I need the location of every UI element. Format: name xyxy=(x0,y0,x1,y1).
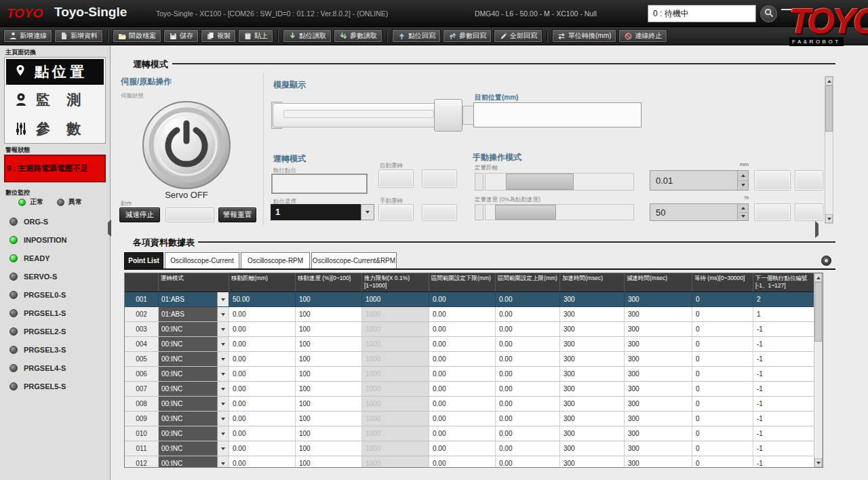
speed-down-button[interactable] xyxy=(738,213,748,221)
next-cell[interactable]: -1 xyxy=(753,322,814,337)
mode-dropdown-cell[interactable]: 00:INC xyxy=(159,322,229,337)
speed-cell[interactable]: 100 xyxy=(296,307,362,322)
distance-slider-thumb[interactable] xyxy=(506,174,574,190)
save-button[interactable]: 儲存 xyxy=(163,29,199,43)
distance-spinner[interactable]: 0.01 xyxy=(650,170,749,191)
point-read-button[interactable]: 點位讀取 xyxy=(283,29,332,43)
mode-dropdown-button[interactable] xyxy=(217,397,229,411)
distance-cell[interactable]: 0.00 xyxy=(229,352,296,367)
mode-dropdown-cell[interactable]: 00:INC xyxy=(159,441,229,456)
mode-dropdown-cell[interactable]: 00:INC xyxy=(159,367,229,382)
accel-cell[interactable]: 300 xyxy=(560,337,625,352)
lower-cell[interactable]: 0.00 xyxy=(429,456,496,468)
decel-cell[interactable]: 300 xyxy=(625,292,692,307)
wait-cell[interactable]: 0 xyxy=(692,337,753,352)
accel-cell[interactable]: 300 xyxy=(560,456,625,468)
scroll-down-icon[interactable] xyxy=(825,214,833,223)
distance-cell[interactable]: 50.00 xyxy=(229,292,296,307)
upper-cell[interactable]: 0.00 xyxy=(496,441,560,456)
row-number-cell[interactable]: 009 xyxy=(125,412,159,426)
copy-button[interactable]: 複製 xyxy=(201,29,236,43)
wait-cell[interactable]: 0 xyxy=(692,322,753,337)
accel-cell[interactable]: 300 xyxy=(560,412,625,426)
sidebar-item-point-position[interactable]: 點位置 xyxy=(6,59,104,85)
accel-cell[interactable]: 300 xyxy=(560,352,625,367)
search-button[interactable] xyxy=(760,5,777,22)
distance-cell[interactable]: 0.00 xyxy=(229,382,296,397)
speed-cell[interactable]: 100 xyxy=(296,292,362,307)
paste-button[interactable]: 貼上 xyxy=(238,29,273,43)
upper-cell[interactable]: 0.00 xyxy=(496,307,560,322)
manual-run-back-button[interactable] xyxy=(378,204,414,221)
upper-cell[interactable]: 0.00 xyxy=(496,352,560,367)
speed-up-button[interactable] xyxy=(738,204,748,213)
speed-spinner[interactable]: 50 xyxy=(650,203,749,221)
next-cell[interactable]: -1 xyxy=(753,441,814,456)
mode-dropdown-button[interactable] xyxy=(217,337,229,351)
distance-cell[interactable]: 0.00 xyxy=(229,337,296,352)
new-connection-button[interactable]: 新增連線 xyxy=(3,29,52,43)
auto-run-start-button[interactable] xyxy=(378,169,414,188)
next-cell[interactable]: -1 xyxy=(753,367,814,382)
next-cell[interactable]: -1 xyxy=(753,352,814,367)
speed-slider-thumb[interactable] xyxy=(495,205,556,220)
mode-dropdown-cell[interactable]: 00:INC xyxy=(159,337,229,352)
decel-cell[interactable]: 300 xyxy=(625,382,692,397)
current-position-field[interactable] xyxy=(473,102,642,127)
accel-cell[interactable]: 300 xyxy=(560,397,625,412)
distance-up-button[interactable] xyxy=(738,171,748,181)
wait-cell[interactable]: 0 xyxy=(692,426,753,441)
lower-cell[interactable]: 0.00 xyxy=(429,367,496,382)
distance-cell[interactable]: 0.00 xyxy=(229,367,296,382)
next-cell[interactable]: -1 xyxy=(753,412,814,426)
scrollbar-thumb[interactable] xyxy=(825,85,833,132)
speed-cell[interactable]: 100 xyxy=(296,426,362,441)
upper-cell[interactable]: 0.00 xyxy=(496,367,560,382)
disconnect-button[interactable]: 連線終止 xyxy=(618,29,667,43)
distance-cell[interactable]: 0.00 xyxy=(229,322,296,337)
lower-cell[interactable]: 0.00 xyxy=(429,441,496,456)
alarm-reset-button[interactable]: 警報重置 xyxy=(218,207,256,222)
speed-cell[interactable]: 100 xyxy=(296,337,362,352)
mode-dropdown-button[interactable] xyxy=(217,292,229,306)
jog2-minus-button[interactable] xyxy=(754,203,791,221)
row-number-cell[interactable]: 010 xyxy=(125,426,159,441)
mode-dropdown-cell[interactable]: 00:INC xyxy=(159,397,229,412)
lower-cell[interactable]: 0.00 xyxy=(429,292,496,307)
speed-cell[interactable]: 100 xyxy=(296,441,362,456)
decel-cell[interactable]: 300 xyxy=(625,307,692,322)
accel-cell[interactable]: 300 xyxy=(560,426,625,441)
scroll-left-icon[interactable] xyxy=(108,222,111,235)
accel-cell[interactable]: 300 xyxy=(560,441,625,456)
next-cell[interactable]: -1 xyxy=(753,456,814,468)
mode-dropdown-button[interactable] xyxy=(217,382,229,396)
wait-cell[interactable]: 0 xyxy=(692,292,753,307)
decel-cell[interactable]: 300 xyxy=(625,337,692,352)
row-number-cell[interactable]: 004 xyxy=(125,337,159,352)
next-cell[interactable]: -1 xyxy=(753,397,814,412)
scrollbar-thumb[interactable] xyxy=(814,282,822,342)
decel-cell[interactable]: 300 xyxy=(625,367,692,382)
mode-dropdown-cell[interactable]: 00:INC xyxy=(159,382,229,397)
write-all-button[interactable]: 全部回寫 xyxy=(494,29,542,43)
mode-dropdown-cell[interactable]: 01:ABS xyxy=(159,292,229,307)
unit-convert-button[interactable]: 單位轉換(mm) xyxy=(552,29,616,43)
scroll-up-icon[interactable] xyxy=(814,273,822,282)
wait-cell[interactable]: 0 xyxy=(692,352,753,367)
sidebar-item-monitor[interactable]: 監測 xyxy=(6,85,104,114)
distance-slider-left-button[interactable] xyxy=(475,173,484,191)
table-settings-icon[interactable] xyxy=(821,256,831,266)
upper-cell[interactable]: 0.00 xyxy=(496,426,560,441)
distance-cell[interactable]: 0.00 xyxy=(229,426,296,441)
scroll-up-icon[interactable] xyxy=(825,77,833,85)
mode-dropdown-button[interactable] xyxy=(217,426,229,441)
upper-cell[interactable]: 0.00 xyxy=(496,337,560,352)
table-scrollbar[interactable] xyxy=(814,273,823,467)
upper-cell[interactable]: 0.00 xyxy=(496,292,560,307)
sidebar-item-parameters[interactable]: 參數 xyxy=(6,114,104,143)
decel-stop-button[interactable]: 減速停止 xyxy=(119,207,160,222)
param-write-button[interactable]: 參數回寫 xyxy=(443,29,492,43)
upper-cell[interactable]: 0.00 xyxy=(496,412,560,426)
wait-cell[interactable]: 0 xyxy=(692,456,753,468)
lower-cell[interactable]: 0.00 xyxy=(429,322,496,337)
